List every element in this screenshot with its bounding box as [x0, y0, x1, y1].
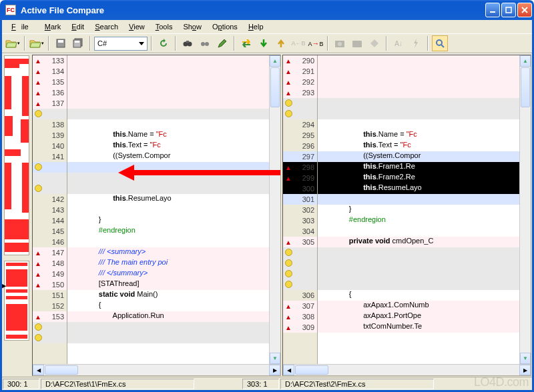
svg-rect-8: [75, 41, 79, 43]
chevron-down-icon: [139, 42, 144, 45]
camera-icon: [352, 39, 362, 48]
open-right-button[interactable]: ▾: [29, 35, 45, 51]
svg-point-12: [201, 42, 205, 46]
scroll-thumb[interactable]: [270, 67, 280, 107]
right-file-path: D:\AFC2\Test\2\FmEx.cs: [280, 379, 434, 389]
menu-help[interactable]: Help: [243, 21, 269, 32]
left-gutter: ▲133▲134▲135▲136▲13713813914014114214314…: [33, 55, 67, 364]
floppy-stack-icon: [73, 38, 83, 49]
bolt-button[interactable]: [408, 35, 424, 51]
toolbar: ▾ ▾ C# A←B A→B A↓: [2, 33, 532, 53]
font-icon: A↓: [394, 40, 403, 47]
sync-button[interactable]: [238, 35, 254, 51]
scroll-thumb[interactable]: [295, 365, 328, 375]
copy-left-button[interactable]: A←B: [290, 35, 306, 51]
scroll-thumb[interactable]: [521, 67, 530, 107]
menubar: File Mark Edit Search View Tools Show Op…: [2, 20, 532, 33]
menu-show[interactable]: Show: [178, 21, 207, 32]
right-gutter: ▲290▲291▲292▲293294295296297▲298▲2993003…: [283, 55, 318, 364]
scroll-right-button[interactable]: ▶: [519, 365, 531, 375]
refresh-button[interactable]: [156, 35, 172, 51]
svg-rect-1: [506, 7, 511, 13]
menu-search[interactable]: Search: [89, 21, 123, 32]
minimize-button[interactable]: [485, 3, 500, 17]
right-hscrollbar[interactable]: ◀ ▶: [283, 364, 531, 375]
menu-view[interactable]: View: [123, 21, 150, 32]
prev-diff-button[interactable]: [273, 35, 289, 51]
window-title: Active File Compare: [19, 5, 485, 15]
arrow-up-icon: [277, 38, 285, 49]
svg-point-13: [205, 42, 209, 46]
menu-file[interactable]: File: [6, 21, 39, 32]
copy-right-icon: A→B: [308, 39, 323, 47]
watermark: LO4D.com: [474, 375, 529, 389]
right-code[interactable]: this.Name = "Fc this.Text = "Fc ((System…: [318, 55, 519, 364]
close-button[interactable]: [517, 3, 532, 17]
zoom-button[interactable]: [432, 35, 448, 51]
left-code[interactable]: this.Name = "Fc this.Text = "Fc ((System…: [67, 55, 269, 364]
refresh-icon: [158, 38, 169, 49]
svg-rect-16: [352, 41, 362, 47]
pencil-icon: [217, 38, 228, 49]
scroll-down-button[interactable]: ▼: [270, 353, 280, 364]
left-file-path: D:\AFC2\Test\1\FmEx.cs: [41, 379, 194, 389]
left-vscrollbar[interactable]: ▲ ▼: [269, 55, 280, 364]
edit-button[interactable]: [214, 35, 230, 51]
language-value: C#: [97, 39, 107, 47]
floppy-icon: [55, 38, 66, 49]
language-select[interactable]: C#: [94, 37, 148, 51]
menu-tools[interactable]: Tools: [150, 21, 178, 32]
folder-open-icon: [29, 38, 41, 49]
right-cursor-pos: 303: 1: [242, 379, 279, 389]
save-button[interactable]: [53, 35, 69, 51]
app-icon: FC: [5, 5, 16, 15]
arrow-down-icon: [260, 38, 268, 49]
overview-map-upper[interactable]: [4, 55, 29, 255]
statusbar: 300: 1 D:\AFC2\Test\1\FmEx.cs 303: 1 D:\…: [2, 377, 532, 390]
scroll-up-button[interactable]: ▲: [520, 55, 531, 67]
overview-map[interactable]: ▶: [2, 54, 31, 377]
svg-line-18: [441, 45, 444, 47]
left-pane: ▲133▲134▲135▲136▲13713813914014114214314…: [32, 55, 281, 376]
left-hscrollbar[interactable]: ◀ ▶: [33, 364, 280, 375]
right-vscrollbar[interactable]: ▲ ▼: [519, 55, 531, 364]
font-button[interactable]: A↓: [390, 35, 407, 51]
folder-open-icon: [5, 38, 17, 49]
scroll-right-button[interactable]: ▶: [269, 365, 280, 375]
left-cursor-pos: 300: 1: [3, 379, 39, 389]
menu-mark[interactable]: Mark: [39, 21, 66, 32]
prefs-button[interactable]: [366, 35, 382, 51]
maximize-button[interactable]: [501, 3, 516, 17]
find-button[interactable]: [180, 35, 196, 51]
menu-options[interactable]: Options: [207, 21, 243, 32]
magnifier-icon: [435, 38, 445, 49]
save-all-button[interactable]: [70, 35, 86, 51]
scroll-left-button[interactable]: ◀: [283, 365, 294, 375]
diff-arrow-icon: [133, 170, 280, 175]
scroll-thumb[interactable]: [45, 365, 78, 375]
overview-map-lower[interactable]: ▶: [4, 261, 29, 341]
titlebar: FC Active File Compare: [0, 0, 534, 20]
binoculars-icon: [182, 38, 193, 49]
right-pane: ▲290▲291▲292▲293294295296297▲298▲2993003…: [282, 55, 531, 376]
scroll-up-button[interactable]: ▲: [270, 55, 280, 67]
snapshot-button[interactable]: [332, 35, 348, 51]
scroll-left-button[interactable]: ◀: [33, 365, 44, 375]
svg-rect-0: [490, 11, 495, 13]
find-next-button[interactable]: [197, 35, 213, 51]
menu-edit[interactable]: Edit: [66, 21, 89, 32]
bolt-icon: [412, 38, 420, 49]
camera-icon: [334, 39, 345, 48]
svg-point-17: [437, 40, 442, 45]
open-left-button[interactable]: ▾: [5, 35, 21, 51]
next-diff-button[interactable]: [256, 35, 272, 51]
sync-arrows-icon: [240, 38, 252, 49]
svg-rect-5: [58, 40, 63, 43]
svg-rect-11: [186, 41, 189, 43]
svg-point-15: [338, 42, 342, 46]
binoculars-small-icon: [200, 38, 210, 49]
scroll-down-button[interactable]: ▼: [520, 353, 531, 364]
copy-right-button[interactable]: A→B: [308, 35, 324, 51]
diamond-icon: [369, 38, 380, 49]
snapshot2-button[interactable]: [349, 35, 365, 51]
